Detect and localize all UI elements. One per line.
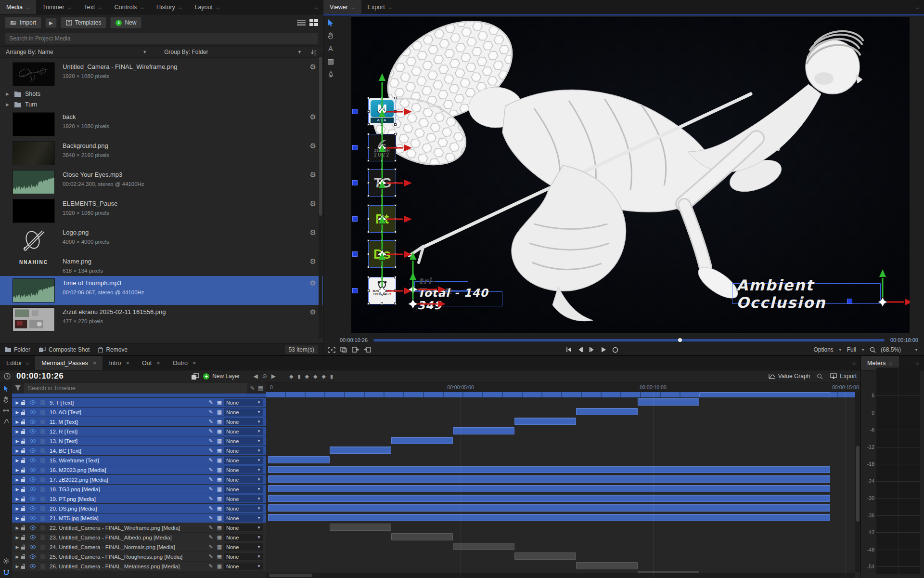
- snapping-magnet-icon[interactable]: [2, 568, 10, 576]
- timeline-search-input[interactable]: [24, 382, 247, 394]
- media-folder-row[interactable]: ▶Turn: [0, 99, 323, 110]
- arrange-by-dropdown[interactable]: Arrange By: Name: [6, 49, 53, 55]
- import-button[interactable]: Import: [5, 17, 41, 28]
- track-edit-pencil-icon[interactable]: ✎: [206, 553, 215, 560]
- track-expand-arrow-icon[interactable]: ▶: [14, 535, 21, 540]
- tab-layout[interactable]: Layout≡: [188, 0, 226, 14]
- track-matte-icon[interactable]: ▦: [215, 525, 224, 531]
- timeline-clip[interactable]: [330, 447, 391, 454]
- layer-anchor-handle[interactable]: [847, 299, 852, 304]
- track-visibility-eye-icon[interactable]: [29, 554, 39, 559]
- playhead-line[interactable]: [687, 382, 687, 578]
- timeline-clip[interactable]: [699, 392, 830, 397]
- step-forward-button[interactable]: [589, 347, 595, 353]
- track-visibility-eye-icon[interactable]: [29, 458, 39, 462]
- play-button[interactable]: [601, 347, 606, 353]
- timeline-clip[interactable]: [514, 552, 576, 560]
- track-row[interactable]: ▶12. R [Text]✎▦None▼: [12, 427, 266, 436]
- timeline-clip[interactable]: [576, 408, 638, 415]
- track-blend-dropdown[interactable]: None▼: [224, 495, 263, 502]
- track-expand-arrow-icon[interactable]: ▶: [14, 439, 21, 444]
- media-search-input[interactable]: [5, 33, 318, 44]
- selection-handle[interactable]: [367, 218, 370, 220]
- selection-handle[interactable]: [381, 266, 383, 268]
- track-solo-box[interactable]: [40, 468, 45, 473]
- group-by-dropdown[interactable]: Group By: Folder: [164, 49, 208, 55]
- track-matte-icon[interactable]: ▦: [215, 553, 224, 560]
- tab-close-icon[interactable]: ×: [126, 359, 129, 367]
- track-expand-arrow-icon[interactable]: ▶: [14, 516, 21, 521]
- value-graph-button[interactable]: Value Graph: [769, 373, 810, 380]
- track-solo-box[interactable]: [40, 410, 45, 415]
- track-solo-box[interactable]: [40, 448, 45, 453]
- panel-menu-icon[interactable]: ≡: [915, 360, 919, 366]
- selection-handle[interactable]: [367, 276, 370, 278]
- track-solo-box[interactable]: [40, 554, 45, 559]
- group-by-arrow-icon[interactable]: ▼: [297, 50, 302, 54]
- selection-handle[interactable]: [394, 218, 397, 220]
- export-button[interactable]: Export: [830, 373, 857, 380]
- next-keyframe-button[interactable]: ▶: [271, 373, 276, 380]
- track-row[interactable]: ▶26. Untitled_Camera - FINAL_Metalness.p…: [12, 562, 266, 571]
- panel-menu-icon[interactable]: ≡: [852, 360, 856, 366]
- track-row[interactable]: ▶13. N [Text]✎▦None▼: [12, 436, 266, 446]
- import-queue-button[interactable]: ▶: [45, 18, 57, 28]
- tab-close-icon[interactable]: ×: [93, 359, 97, 367]
- track-visibility-eye-icon[interactable]: [29, 410, 39, 414]
- track-solo-box[interactable]: [40, 477, 45, 482]
- track-solo-box[interactable]: [40, 506, 45, 511]
- selection-handle[interactable]: [367, 204, 370, 207]
- track-expand-arrow-icon[interactable]: ▶: [14, 525, 21, 530]
- track-blend-dropdown[interactable]: None▼: [224, 524, 263, 531]
- selection-handle[interactable]: [394, 289, 397, 292]
- track-matte-icon[interactable]: ▦: [215, 534, 224, 540]
- remove-button[interactable]: Remove: [98, 346, 128, 353]
- tab-mermaid-passes[interactable]: Mermaid_Passes×: [35, 356, 103, 370]
- layer-anchor-handle[interactable]: [352, 251, 358, 257]
- track-expand-arrow-icon[interactable]: ▶: [14, 448, 21, 453]
- track-lock-icon[interactable]: [21, 419, 29, 425]
- track-matte-icon[interactable]: ▦: [215, 544, 224, 550]
- timeline-clip[interactable]: [514, 418, 576, 425]
- media-item[interactable]: Untitled_Camera - FINAL_Wireframe.png192…: [0, 60, 323, 89]
- timeline-clip[interactable]: [268, 475, 830, 483]
- selection-handle[interactable]: [394, 231, 397, 233]
- timeline-options-gear-icon[interactable]: [2, 557, 10, 565]
- zoom-level-value[interactable]: (68.5%): [881, 346, 901, 353]
- arrange-by-arrow-icon[interactable]: ▼: [142, 50, 147, 54]
- track-lock-icon[interactable]: [21, 429, 29, 434]
- track-blend-dropdown[interactable]: None▼: [224, 476, 263, 483]
- media-item[interactable]: Logo.png4000 × 4000 pixels⚙: [0, 225, 323, 254]
- timeline-clip[interactable]: [391, 533, 453, 540]
- grid-view-icon[interactable]: [309, 19, 318, 26]
- track-blend-dropdown[interactable]: None▼: [224, 447, 263, 454]
- timeline-clip[interactable]: [453, 427, 514, 434]
- selection-handle[interactable]: [394, 110, 397, 113]
- selection-handle[interactable]: [394, 239, 397, 242]
- track-blend-dropdown[interactable]: None▼: [224, 553, 263, 560]
- selection-handle[interactable]: [367, 123, 370, 126]
- selection-handle[interactable]: [381, 204, 383, 207]
- track-solo-box[interactable]: [40, 400, 45, 405]
- track-lock-icon[interactable]: [21, 458, 29, 463]
- track-lock-icon[interactable]: [21, 486, 29, 492]
- track-row[interactable]: ▶22. Untitled_Camera - FINAL_Wireframe.p…: [12, 523, 266, 532]
- tab-media[interactable]: Media≡: [0, 0, 36, 14]
- sort-az-icon[interactable]: AZ: [310, 49, 317, 55]
- track-expand-arrow-icon[interactable]: ▶: [14, 400, 21, 405]
- track-edit-pencil-icon[interactable]: ✎: [206, 534, 215, 540]
- track-lock-icon[interactable]: [21, 400, 29, 406]
- item-gear-icon[interactable]: ⚙: [310, 113, 316, 121]
- track-row[interactable]: ▶9. T [Text]✎▦None▼: [12, 398, 266, 407]
- selection-handle[interactable]: [394, 253, 397, 255]
- media-item[interactable]: NNAHINCName.png618 × 134 pixels⚙: [0, 254, 323, 276]
- find-in-timeline-icon[interactable]: [817, 373, 823, 380]
- track-blend-dropdown[interactable]: None▼: [224, 543, 263, 551]
- track-row[interactable]: ▶17. zB2022.png [Media]✎▦None▼: [12, 475, 266, 484]
- text-tool[interactable]: A: [326, 44, 335, 53]
- keyframe-hold-icon[interactable]: ▮: [297, 373, 300, 380]
- track-edit-pencil-icon[interactable]: ✎: [206, 419, 215, 425]
- track-visibility-eye-icon[interactable]: [29, 477, 39, 482]
- track-blend-dropdown[interactable]: None▼: [224, 428, 263, 435]
- tab-menu-icon[interactable]: ≡: [179, 4, 182, 10]
